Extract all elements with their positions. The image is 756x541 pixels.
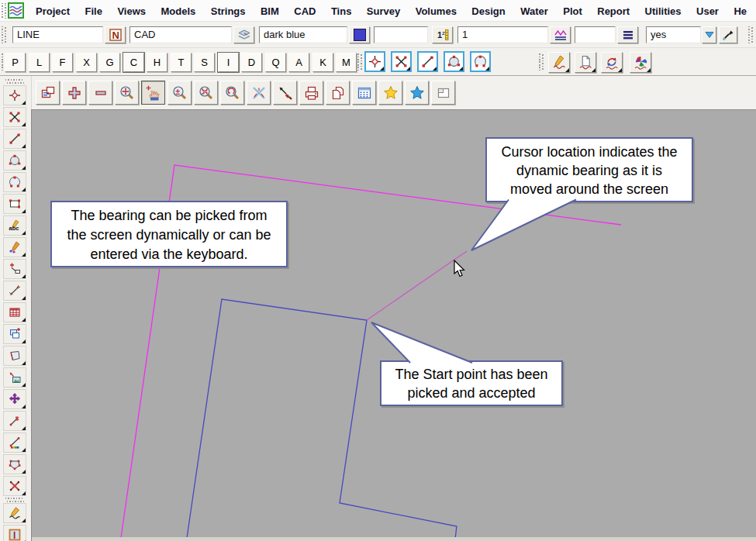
snap-cursor-toggle[interactable] <box>391 51 412 72</box>
fkey-k[interactable]: K <box>312 53 333 72</box>
style-field[interactable] <box>575 26 616 43</box>
tool-snap-x[interactable] <box>3 107 26 127</box>
menu-file[interactable]: File <box>85 5 102 17</box>
toolbar-grip[interactable] <box>357 53 362 71</box>
tool-leader[interactable] <box>3 259 26 279</box>
fkey-l[interactable]: L <box>29 53 50 72</box>
fkey-a[interactable]: A <box>288 53 309 72</box>
menu-report[interactable]: Report <box>597 5 630 17</box>
fkey-h[interactable]: H <box>147 53 167 72</box>
menu-utilities[interactable]: Utilities <box>645 5 682 17</box>
zoom-fit-button[interactable] <box>115 81 139 105</box>
height-field[interactable] <box>374 26 428 43</box>
menu-user[interactable]: User <box>696 5 719 17</box>
tool-translate[interactable] <box>3 389 26 409</box>
zoom-dynamic-button[interactable]: ± <box>167 81 192 105</box>
menu-cad[interactable]: CAD <box>294 5 316 17</box>
tool-polygon[interactable] <box>3 454 26 474</box>
tool-image[interactable] <box>3 367 26 388</box>
menu-plot[interactable]: Plot <box>563 5 582 17</box>
menu-tins[interactable]: Tins <box>331 5 352 17</box>
cad-draw-button[interactable] <box>548 52 570 73</box>
redraw-button[interactable] <box>247 81 271 105</box>
snap-line-toggle[interactable] <box>417 51 438 72</box>
grid-button[interactable] <box>352 81 376 105</box>
fkey-m[interactable]: M <box>336 53 357 72</box>
tool-copy-shape[interactable] <box>3 324 26 344</box>
model-field[interactable]: CAD <box>129 26 232 43</box>
pick-attributes-button[interactable] <box>719 26 737 43</box>
model-choice-button[interactable] <box>233 26 254 43</box>
fkey-q[interactable]: Q <box>265 53 286 72</box>
weight-choice-button[interactable] <box>550 26 571 43</box>
cad-swirl-button[interactable] <box>630 52 651 73</box>
snap-circle-toggle[interactable] <box>444 51 464 72</box>
tool-freehand[interactable] <box>3 503 26 523</box>
colour-field[interactable]: dark blue <box>259 26 347 43</box>
zoom-out-button[interactable] <box>88 81 112 105</box>
tool-line[interactable] <box>3 129 26 149</box>
fkey-t[interactable]: T <box>171 53 192 72</box>
drawing-canvas[interactable]: Cursor location indicates the dynamic be… <box>31 109 756 541</box>
tinable-field[interactable]: yes <box>646 26 701 43</box>
zoom-in-button[interactable] <box>62 81 86 105</box>
favourites-button[interactable] <box>378 81 402 105</box>
tool-circle[interactable] <box>3 150 26 171</box>
menu-design[interactable]: Design <box>471 5 505 17</box>
name-field[interactable]: LINE <box>12 26 103 43</box>
menu-volumes[interactable]: Volumes <box>416 5 457 17</box>
fkey-g[interactable]: G <box>99 53 120 72</box>
tool-table[interactable] <box>3 302 26 322</box>
tool-point-create[interactable] <box>3 411 26 431</box>
tool-arc[interactable] <box>3 172 26 192</box>
new-view-button[interactable] <box>431 81 455 105</box>
tinable-dropdown-button[interactable] <box>702 26 716 43</box>
tool-rectangle[interactable] <box>3 194 26 214</box>
toolbar-grip[interactable] <box>2 3 6 19</box>
menu-views[interactable]: Views <box>117 5 146 17</box>
tool-delete[interactable] <box>3 476 26 496</box>
cad-recalc-button[interactable] <box>601 52 623 73</box>
fkey-d[interactable]: D <box>241 53 262 72</box>
fkey-p[interactable]: P <box>5 53 26 72</box>
cad-page-button[interactable] <box>575 52 596 73</box>
menu-models[interactable]: Models <box>161 5 195 17</box>
toolbar-grip[interactable] <box>2 26 6 43</box>
toolbar-grip[interactable] <box>5 79 24 84</box>
tool-text-box[interactable]: I <box>3 525 26 541</box>
tool-colour-line[interactable] <box>3 432 26 453</box>
zoom-extents-button[interactable] <box>194 81 218 105</box>
fkey-i[interactable]: I <box>218 53 239 72</box>
menu-help[interactable]: He <box>734 5 747 17</box>
tool-text[interactable]: abc <box>3 215 26 236</box>
weight-field[interactable]: 1 <box>457 26 548 43</box>
tool-snap-point[interactable] <box>3 85 26 105</box>
edit-brush-button[interactable] <box>273 81 297 105</box>
menu-strings[interactable]: Strings <box>211 5 246 17</box>
fkey-f[interactable]: F <box>52 53 73 72</box>
name-button[interactable]: N <box>105 26 126 43</box>
favourites-blue-button[interactable] <box>405 81 429 105</box>
zoom-previous-button[interactable] <box>220 81 244 105</box>
menu-bim[interactable]: BIM <box>261 5 279 17</box>
tool-face-polygon[interactable] <box>3 346 26 366</box>
menu-project[interactable]: Project <box>36 5 70 17</box>
plot-button[interactable] <box>299 81 323 105</box>
colour-choice-button[interactable] <box>349 26 370 43</box>
app-icon[interactable] <box>8 2 24 19</box>
snap-point-toggle[interactable] <box>364 51 385 72</box>
tool-dimension[interactable] <box>3 281 26 301</box>
pan-button[interactable] <box>141 81 165 105</box>
toolbar-grip[interactable] <box>748 26 753 43</box>
toolbar-grip[interactable] <box>539 53 544 71</box>
menu-survey[interactable]: Survey <box>367 5 400 17</box>
snap-arc-toggle[interactable] <box>470 51 491 72</box>
fkey-s[interactable]: S <box>194 53 215 72</box>
tool-symbols[interactable] <box>3 237 26 257</box>
menu-water[interactable]: Water <box>520 5 548 17</box>
height-choice-button[interactable]: 1z <box>432 26 453 43</box>
fkey-x[interactable]: X <box>76 53 97 72</box>
view-menu-button[interactable] <box>36 81 60 105</box>
fkey-c[interactable]: C <box>123 53 144 72</box>
copy-view-button[interactable] <box>326 81 350 105</box>
